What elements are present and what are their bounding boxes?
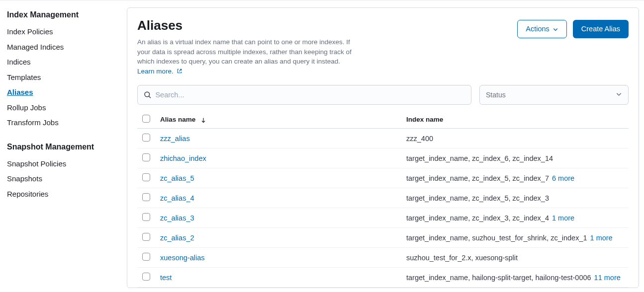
sidebar-item[interactable]: Index Policies [7, 24, 120, 40]
popout-icon [177, 68, 183, 74]
create-alias-label: Create Alias [581, 25, 620, 33]
aliases-table: Alias name Index name zzz_aliaszzz_400zh… [137, 111, 629, 288]
col-alias-label: Alias name [160, 116, 195, 123]
table-body: zzz_aliaszzz_400zhichao_indextarget_inde… [137, 129, 629, 288]
row-checkbox[interactable] [142, 153, 150, 161]
search-icon [144, 91, 151, 99]
table-row: zhichao_indextarget_index_name, zc_index… [137, 148, 629, 168]
row-checkbox[interactable] [142, 213, 150, 221]
status-select[interactable]: Status [479, 85, 629, 105]
table-row: zc_alias_3target_index_name, zc_index_3,… [137, 208, 629, 228]
alias-link[interactable]: zhichao_index [160, 154, 206, 162]
alias-link[interactable]: zc_alias_5 [160, 174, 194, 182]
index-names: target_index_name, zc_index_5, zc_index_… [406, 194, 549, 202]
sidebar-item[interactable]: Repositories [7, 187, 120, 202]
search-input-wrap[interactable] [137, 85, 471, 105]
table-row: xuesong-aliassuzhou_test_for_2.x, xueson… [137, 248, 629, 268]
nav-section-title-snapshot: Snapshot Management [7, 143, 120, 151]
col-index-label: Index name [406, 116, 443, 123]
row-checkbox[interactable] [142, 253, 150, 261]
index-names: target_index_name, hailong-split-target,… [406, 274, 591, 282]
chevron-down-icon [552, 26, 558, 32]
index-names: zzz_400 [406, 135, 433, 143]
controls-row: Status [137, 85, 629, 105]
index-names: target_index_name, zc_index_5, zc_index_… [406, 174, 549, 182]
alias-link[interactable]: test [160, 274, 172, 282]
table-row: zc_alias_5target_index_name, zc_index_5,… [137, 168, 629, 188]
col-index-header[interactable]: Index name [401, 111, 629, 129]
sidebar: Index Management Index PoliciesManaged I… [0, 0, 127, 292]
learn-more-link[interactable]: Learn more. [137, 68, 183, 75]
alias-link[interactable]: zc_alias_3 [160, 214, 194, 222]
table-row: zc_alias_4target_index_name, zc_index_5,… [137, 188, 629, 208]
more-link[interactable]: 6 more [552, 174, 574, 182]
row-checkbox[interactable] [142, 193, 150, 201]
row-checkbox[interactable] [142, 233, 150, 241]
sidebar-item[interactable]: Indices [7, 55, 120, 70]
sidebar-item[interactable]: Managed Indices [7, 40, 120, 55]
select-all-checkbox[interactable] [142, 115, 150, 123]
index-names: target_index_name, suzhou_test_for_shrin… [406, 234, 587, 242]
panel-actions: Actions Create Alias [517, 18, 629, 38]
actions-button-label: Actions [526, 25, 550, 33]
alias-link[interactable]: zzz_alias [160, 135, 190, 143]
sidebar-item[interactable]: Snapshot Policies [7, 156, 120, 172]
page-description-text: An alias is a virtual index name that ca… [137, 38, 352, 65]
sidebar-item[interactable]: Rollup Jobs [7, 100, 120, 116]
aliases-panel: Aliases An alias is a virtual index name… [127, 7, 639, 288]
index-names: target_index_name, zc_index_6, zc_index_… [406, 154, 553, 162]
chevron-down-icon [616, 91, 622, 99]
col-alias-header[interactable]: Alias name [155, 111, 401, 129]
panel-header: Aliases An alias is a virtual index name… [137, 18, 629, 76]
table-row: testtarget_index_name, hailong-split-tar… [137, 268, 629, 288]
status-select-label: Status [486, 91, 506, 99]
sidebar-item[interactable]: Snapshots [7, 171, 120, 187]
table-row: zc_alias_2target_index_name, suzhou_test… [137, 228, 629, 248]
panel-title-block: Aliases An alias is a virtual index name… [137, 18, 356, 76]
sidebar-item[interactable]: Templates [7, 70, 120, 85]
col-checkbox [137, 111, 155, 129]
alias-link[interactable]: xuesong-alias [160, 254, 204, 262]
index-names: suzhou_test_for_2.x, xuesong-split [406, 254, 518, 262]
more-link[interactable]: 1 more [590, 234, 613, 242]
row-checkbox[interactable] [142, 273, 150, 281]
search-input[interactable] [155, 91, 465, 99]
nav-section-title-index: Index Management [7, 10, 120, 19]
nav-list-index: Index PoliciesManaged IndicesIndicesTemp… [7, 24, 120, 131]
more-link[interactable]: 1 more [552, 214, 574, 222]
create-alias-button[interactable]: Create Alias [573, 20, 629, 38]
row-checkbox[interactable] [142, 134, 150, 142]
alias-link[interactable]: zc_alias_2 [160, 234, 194, 242]
index-names: target_index_name, zc_index_3, zc_index_… [406, 214, 549, 222]
svg-point-0 [145, 92, 150, 97]
learn-more-text: Learn more. [137, 68, 174, 75]
page-description: An alias is a virtual index name that ca… [137, 37, 356, 76]
table-row: zzz_aliaszzz_400 [137, 129, 629, 148]
main-content: Aliases An alias is a virtual index name… [127, 0, 644, 292]
page-title: Aliases [137, 18, 356, 33]
nav-list-snapshot: Snapshot PoliciesSnapshotsRepositories [7, 156, 120, 202]
more-link[interactable]: 11 more [594, 274, 621, 282]
alias-link[interactable]: zc_alias_4 [160, 194, 194, 202]
actions-button[interactable]: Actions [517, 20, 567, 38]
row-checkbox[interactable] [142, 173, 150, 181]
sidebar-item[interactable]: Aliases [7, 85, 120, 100]
sidebar-item[interactable]: Transform Jobs [7, 115, 120, 131]
sort-desc-icon [200, 117, 206, 123]
